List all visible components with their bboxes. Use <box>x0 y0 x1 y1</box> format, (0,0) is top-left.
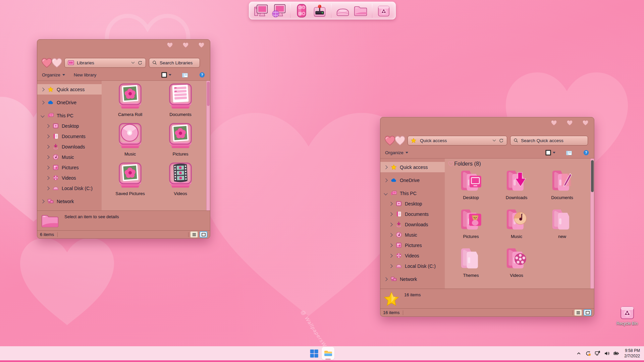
refresh-icon[interactable] <box>138 60 143 65</box>
file-item-documents[interactable]: Documents <box>539 168 585 207</box>
dock-widgets-button[interactable] <box>294 3 310 18</box>
file-item-themes[interactable]: Themes <box>448 246 494 285</box>
expand-chevron-icon[interactable] <box>41 114 44 117</box>
explorer-window-quick-access[interactable]: Quick access Search Quick access Organiz… <box>380 117 594 317</box>
file-item-camera-roll[interactable]: Camera Roll <box>105 82 155 122</box>
file-item-new[interactable]: new <box>539 207 585 246</box>
sidebar-item-this-pc[interactable]: This PC <box>380 188 445 198</box>
expand-chevron-icon[interactable] <box>41 101 44 104</box>
sidebar-item-quick-access[interactable]: Quick access <box>37 84 102 95</box>
file-item-downloads[interactable]: Downloads <box>494 168 539 207</box>
scrollbar[interactable] <box>590 159 594 289</box>
minimize-button[interactable] <box>167 42 173 48</box>
new-library-button[interactable]: New library <box>74 72 97 77</box>
sidebar-item-this-pc[interactable]: This PC <box>37 110 102 121</box>
expand-chevron-icon[interactable] <box>46 145 49 148</box>
sidebar-item-downloads[interactable]: Downloads <box>380 219 445 230</box>
tray-network-icon[interactable] <box>595 351 600 356</box>
close-button[interactable] <box>198 42 205 48</box>
maximize-button[interactable] <box>182 42 189 48</box>
expand-chevron-icon[interactable] <box>41 199 44 203</box>
taskbar-clock[interactable]: 9:58 PM 2/7/2022 <box>624 348 640 359</box>
address-bar[interactable]: Libraries <box>64 58 146 68</box>
file-item-music[interactable]: Music <box>494 207 539 246</box>
file-item-videos[interactable]: Videos <box>494 246 539 285</box>
forward-button[interactable] <box>51 58 63 68</box>
expand-chevron-icon[interactable] <box>46 124 49 128</box>
organize-button[interactable]: Organize <box>385 150 408 155</box>
thumbnail-view-toggle[interactable] <box>200 231 207 238</box>
expand-chevron-icon[interactable] <box>389 202 392 205</box>
forward-button[interactable] <box>394 135 406 146</box>
expand-chevron-icon[interactable] <box>389 223 392 226</box>
sidebar-item-network[interactable]: Network <box>380 274 445 284</box>
dock-drive-button[interactable] <box>335 3 351 18</box>
dock-recycle-button[interactable] <box>376 3 391 18</box>
expand-chevron-icon[interactable] <box>384 277 387 281</box>
expand-chevron-icon[interactable] <box>389 233 392 237</box>
sidebar-item-documents[interactable]: Documents <box>380 209 445 219</box>
expand-chevron-icon[interactable] <box>46 155 49 159</box>
tray-volume-icon[interactable] <box>604 351 610 356</box>
list-view-toggle[interactable] <box>574 309 582 316</box>
dock-internet-button[interactable] <box>271 3 286 18</box>
help-button[interactable]: ? <box>199 72 205 78</box>
file-explorer-taskbar-button[interactable] <box>322 347 334 360</box>
thumbnail-view-toggle[interactable] <box>584 309 591 316</box>
expand-chevron-icon[interactable] <box>41 87 44 91</box>
dock-games-button[interactable] <box>312 3 327 18</box>
expand-chevron-icon[interactable] <box>46 166 49 169</box>
sidebar-item-local-disk-c[interactable]: Local Disk (C:) <box>37 183 102 193</box>
start-button[interactable] <box>310 349 319 358</box>
change-view-button[interactable] <box>545 150 555 156</box>
preview-pane-button[interactable] <box>182 72 189 77</box>
sidebar-item-quick-access[interactable]: Quick access <box>380 162 445 172</box>
expand-chevron-icon[interactable] <box>389 243 392 247</box>
sidebar-item-pictures[interactable]: Pictures <box>37 162 102 173</box>
list-view-toggle[interactable] <box>190 231 198 238</box>
expand-chevron-icon[interactable] <box>46 134 49 138</box>
file-item-saved-pictures[interactable]: Saved Pictures <box>105 162 155 201</box>
expand-chevron-icon[interactable] <box>389 264 392 268</box>
tray-sync-icon[interactable] <box>585 351 591 356</box>
tray-battery-icon[interactable] <box>613 351 619 356</box>
preview-pane-button[interactable] <box>566 150 573 155</box>
file-item-music[interactable]: Music <box>105 122 155 162</box>
sidebar-item-local-disk-c[interactable]: Local Disk (C:) <box>380 261 445 271</box>
sidebar-item-videos[interactable]: Videos <box>380 250 445 261</box>
chevron-down-icon[interactable] <box>492 139 496 142</box>
sidebar-item-onedrive[interactable]: OneDrive <box>380 175 445 185</box>
chevron-down-icon[interactable] <box>131 61 135 64</box>
expand-chevron-icon[interactable] <box>46 176 49 180</box>
file-item-pictures[interactable]: Pictures <box>448 207 494 246</box>
dock-folder-button[interactable] <box>353 3 368 18</box>
sidebar-item-documents[interactable]: Documents <box>37 131 102 141</box>
titlebar[interactable] <box>37 40 210 56</box>
expand-chevron-icon[interactable] <box>46 186 49 190</box>
organize-button[interactable]: Organize <box>42 72 65 77</box>
scrollbar[interactable] <box>206 81 210 210</box>
expand-chevron-icon[interactable] <box>384 165 387 169</box>
explorer-window-libraries[interactable]: Libraries Search Libraries Organize New … <box>37 39 210 239</box>
scrollbar-thumb[interactable] <box>591 160 594 192</box>
file-item-documents[interactable]: Documents <box>155 82 206 122</box>
sidebar-item-network[interactable]: Network <box>37 196 102 206</box>
change-view-button[interactable] <box>161 72 171 78</box>
expand-chevron-icon[interactable] <box>384 191 387 195</box>
sidebar-item-onedrive[interactable]: OneDrive <box>37 97 102 108</box>
file-item-pictures[interactable]: Pictures <box>155 122 206 162</box>
close-button[interactable] <box>582 120 589 126</box>
address-bar[interactable]: Quick access <box>408 136 507 145</box>
sidebar-item-pictures[interactable]: Pictures <box>380 240 445 250</box>
expand-chevron-icon[interactable] <box>384 178 387 182</box>
sidebar-item-videos[interactable]: Videos <box>37 173 102 183</box>
sidebar-item-downloads[interactable]: Downloads <box>37 141 102 152</box>
help-button[interactable]: ? <box>583 150 589 156</box>
tray-hidden-icons-icon[interactable] <box>576 351 582 356</box>
search-input[interactable]: Search Libraries <box>149 58 200 68</box>
sidebar-item-desktop[interactable]: Desktop <box>37 121 102 131</box>
titlebar[interactable] <box>380 117 594 134</box>
minimize-button[interactable] <box>551 120 557 126</box>
search-input[interactable]: Search Quick access <box>510 136 588 145</box>
recycle-bin-desktop-icon[interactable]: Recycle Bin <box>615 304 639 326</box>
